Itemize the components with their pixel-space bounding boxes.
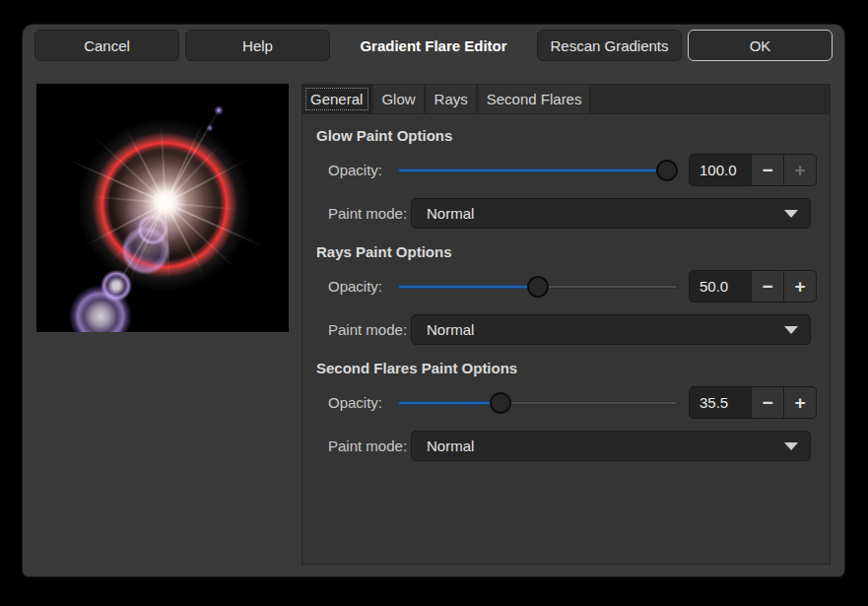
slider-fill: [398, 285, 538, 289]
tab-rays[interactable]: Rays: [427, 85, 477, 113]
minus-button[interactable]: −: [751, 155, 783, 185]
flare-preview: [36, 84, 289, 332]
minus-button[interactable]: −: [751, 387, 783, 418]
paint-mode-row: Paint mode: Normal: [328, 314, 830, 345]
plus-button[interactable]: +: [783, 387, 816, 418]
second-flares-opacity-spinbox: − +: [689, 386, 817, 419]
opacity-label: Opacity:: [328, 162, 398, 178]
paint-mode-label: Paint mode:: [328, 205, 411, 222]
desktop: { "window": { "title": "Gradient Flare E…: [0, 0, 868, 606]
plus-button[interactable]: +: [783, 271, 816, 302]
glow-opacity-input[interactable]: [690, 155, 751, 185]
slider-knob[interactable]: [490, 392, 511, 414]
slider-knob[interactable]: [527, 276, 549, 298]
chevron-down-icon: [784, 442, 798, 450]
glow-paint-options-section: Glow Paint Options Opacity: − + P: [302, 126, 830, 229]
general-tab-content: Glow Paint Options Opacity: − + P: [302, 114, 830, 461]
second-flares-paint-options-section: Second Flares Paint Options Opacity: − +: [302, 359, 830, 461]
gradient-flare-editor-dialog: Cancel Help Gradient Flare Editor Rescan…: [23, 25, 844, 576]
section-title: Glow Paint Options: [316, 126, 830, 146]
glow-paint-mode-dropdown[interactable]: Normal: [411, 198, 811, 229]
chevron-down-icon: [784, 326, 798, 334]
slider-fill: [398, 401, 498, 405]
rays-opacity-slider[interactable]: [398, 271, 678, 302]
rescan-gradients-button[interactable]: Rescan Gradients: [537, 30, 682, 61]
glow-opacity-spinbox: − +: [689, 154, 817, 186]
paint-mode-label: Paint mode:: [328, 321, 411, 338]
second-flares-paint-mode-dropdown[interactable]: Normal: [411, 431, 811, 461]
opacity-label: Opacity:: [328, 394, 398, 411]
tab-general[interactable]: General: [302, 85, 371, 113]
paint-mode-row: Paint mode: Normal: [328, 431, 830, 461]
tab-glow[interactable]: Glow: [373, 85, 424, 113]
slider-knob[interactable]: [656, 160, 678, 181]
paint-mode-value: Normal: [427, 205, 784, 222]
paint-mode-value: Normal: [427, 321, 784, 338]
second-flares-opacity-slider[interactable]: [398, 387, 678, 418]
slider-fill: [398, 168, 678, 172]
tab-second-flares[interactable]: Second Flares: [479, 85, 591, 113]
second-flares-opacity-input[interactable]: [690, 387, 751, 418]
chevron-down-icon: [784, 210, 798, 218]
help-button[interactable]: Help: [185, 30, 330, 61]
cancel-button[interactable]: Cancel: [34, 30, 179, 61]
plus-button[interactable]: +: [783, 155, 816, 185]
opacity-row: Opacity: − +: [328, 271, 830, 302]
section-title: Second Flares Paint Options: [316, 359, 830, 378]
paint-mode-value: Normal: [427, 438, 784, 454]
opacity-row: Opacity: − +: [328, 155, 830, 185]
opacity-row: Opacity: − +: [328, 387, 830, 418]
dialog-title: Gradient Flare Editor: [333, 37, 534, 54]
section-title: Rays Paint Options: [316, 242, 830, 262]
paint-mode-row: Paint mode: Normal: [328, 198, 830, 229]
rays-paint-mode-dropdown[interactable]: Normal: [411, 314, 811, 345]
rays-opacity-input[interactable]: [690, 271, 751, 302]
headerbar: Cancel Help Gradient Flare Editor Rescan…: [23, 25, 844, 66]
rays-paint-options-section: Rays Paint Options Opacity: − + P: [302, 242, 830, 345]
ok-button[interactable]: OK: [688, 30, 833, 61]
paint-mode-label: Paint mode:: [328, 438, 411, 454]
minus-button[interactable]: −: [751, 271, 783, 302]
editor-panel: General Glow Rays Second Flares Glow Pai…: [301, 84, 831, 565]
glow-opacity-slider[interactable]: [398, 155, 678, 185]
opacity-label: Opacity:: [328, 278, 398, 295]
tab-bar: General Glow Rays Second Flares: [302, 85, 830, 114]
rays-opacity-spinbox: − +: [689, 270, 817, 303]
